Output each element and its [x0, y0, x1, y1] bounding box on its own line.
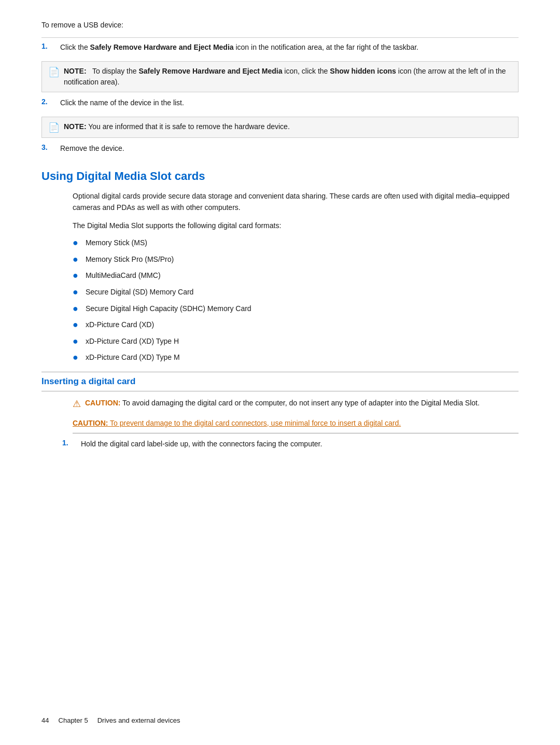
caution-triangle-icon-1: ⚠	[73, 398, 81, 410]
page-footer: 44 Chapter 5 Drives and external devices	[41, 716, 180, 724]
footer-chapter-title: Drives and external devices	[97, 716, 180, 724]
bullet-dot: ●	[73, 237, 78, 249]
list-item-text: xD-Picture Card (XD) Type M	[86, 352, 180, 363]
insert-step-number-1: 1.	[62, 439, 81, 449]
bullet-dot: ●	[73, 352, 78, 363]
caution-label-1: CAUTION:	[85, 399, 120, 407]
subsection-divider	[41, 372, 519, 372]
caution-box-2: CAUTION: To prevent damage to the digita…	[73, 418, 519, 433]
list-item-text: xD-Picture Card (XD) Type H	[86, 336, 179, 347]
page-content: To remove a USB device: 1. Click the Saf…	[41, 21, 519, 453]
bullet-dot: ●	[73, 336, 78, 347]
list-item-text: Memory Stick (MS)	[86, 237, 147, 248]
note-icon-1: 📄	[48, 66, 60, 78]
list-item: ● Secure Digital High Capacity (SDHC) Me…	[73, 303, 519, 315]
note-text-2: You are informed that it is safe to remo…	[88, 122, 290, 131]
list-item: ● xD-Picture Card (XD)	[73, 319, 519, 331]
step-number-2: 2.	[41, 97, 60, 108]
list-item-text: Secure Digital High Capacity (SDHC) Memo…	[86, 303, 251, 314]
step-1-content: Click the Safely Remove Hardware and Eje…	[60, 42, 519, 53]
insert-step-1-content: Hold the digital card label-side up, wit…	[81, 439, 519, 449]
caution-text-2: To prevent damage to the digital card co…	[110, 419, 401, 427]
list-item: ● Memory Stick Pro (MS/Pro)	[73, 254, 519, 265]
caution-text-1: To avoid damaging the digital card or th…	[122, 399, 480, 407]
caution-box-1: ⚠ CAUTION: To avoid damaging the digital…	[73, 395, 519, 414]
list-item: ● Secure Digital (SD) Memory Card	[73, 287, 519, 298]
subsection-divider-2	[41, 391, 519, 391]
step-number-3: 3.	[41, 143, 60, 154]
footer-page-num: 44	[41, 716, 49, 724]
note-content-1: NOTE: To display the Safely Remove Hardw…	[64, 66, 512, 88]
section-body-2: The Digital Media Slot supports the foll…	[41, 220, 519, 231]
section-heading: Using Digital Media Slot cards	[41, 170, 519, 183]
subsection-heading: Inserting a digital card	[41, 376, 519, 387]
insert-step-1: 1. Hold the digital card label-side up, …	[41, 439, 519, 453]
usb-step-1: 1. Click the Safely Remove Hardware and …	[41, 42, 519, 56]
list-item: ● Memory Stick (MS)	[73, 237, 519, 249]
bullet-dot: ●	[73, 270, 78, 282]
note-content-2: NOTE: You are informed that it is safe t…	[64, 121, 290, 132]
usb-step-2: 2. Click the name of the device in the l…	[41, 97, 519, 111]
step-3-content: Remove the device.	[60, 143, 519, 154]
note-label-1: NOTE:	[64, 67, 87, 75]
caution-section-1: ⚠ CAUTION: To avoid damaging the digital…	[41, 395, 519, 433]
card-formats-list: ● Memory Stick (MS) ● Memory Stick Pro (…	[41, 237, 519, 363]
list-item: ● xD-Picture Card (XD) Type M	[73, 352, 519, 363]
bullet-dot: ●	[73, 319, 78, 331]
step-number-1: 1.	[41, 42, 60, 53]
list-item-text: Secure Digital (SD) Memory Card	[86, 287, 194, 298]
bullet-dot: ●	[73, 303, 78, 315]
note-label-2: NOTE:	[64, 122, 87, 131]
footer-chapter: Chapter 5	[59, 716, 88, 724]
list-item: ● xD-Picture Card (XD) Type H	[73, 336, 519, 347]
intro-text: To remove a USB device:	[41, 21, 519, 29]
divider-1	[41, 37, 519, 38]
section-body-1: Optional digital cards provide secure da…	[41, 190, 519, 214]
note-box-2: 📄 NOTE: You are informed that it is safe…	[41, 117, 519, 138]
list-item-text: xD-Picture Card (XD)	[86, 319, 154, 330]
step-2-content: Click the name of the device in the list…	[60, 97, 519, 108]
caution-content-1: CAUTION: To avoid damaging the digital c…	[85, 398, 480, 409]
caution-label-2: CAUTION:	[73, 419, 108, 427]
list-item-text: MultiMediaCard (MMC)	[86, 270, 161, 281]
usb-step-3: 3. Remove the device.	[41, 143, 519, 157]
note-icon-2: 📄	[48, 122, 60, 133]
list-item: ● MultiMediaCard (MMC)	[73, 270, 519, 282]
bullet-dot: ●	[73, 254, 78, 265]
list-item-text: Memory Stick Pro (MS/Pro)	[86, 254, 174, 265]
note-box-1: 📄 NOTE: To display the Safely Remove Har…	[41, 61, 519, 92]
bullet-dot: ●	[73, 287, 78, 298]
caution-content-2: CAUTION: To prevent damage to the digita…	[73, 418, 401, 429]
